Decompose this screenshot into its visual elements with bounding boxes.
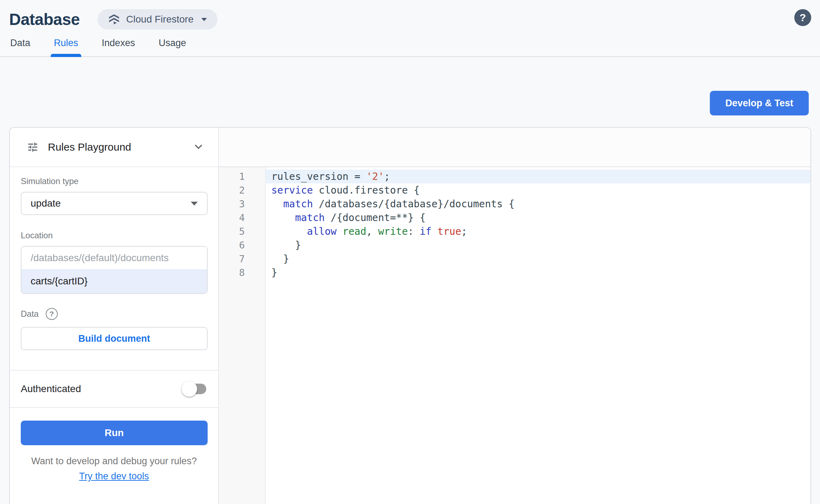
tab-rules[interactable]: Rules bbox=[54, 38, 78, 56]
rules-editor: 12345678 rules_version = '2';service clo… bbox=[219, 128, 810, 504]
tab-indexes[interactable]: Indexes bbox=[102, 38, 135, 56]
select-caret-icon bbox=[191, 202, 198, 206]
collapse-chevron-icon[interactable] bbox=[193, 141, 204, 153]
run-area: Run bbox=[10, 408, 218, 445]
playground-form: Simulation type update Location Data ? B… bbox=[10, 167, 218, 370]
location-label: Location bbox=[21, 231, 208, 240]
dev-tools-question: Want to develop and debug your rules? bbox=[10, 456, 218, 467]
panel-footer: Want to develop and debug your rules? Tr… bbox=[10, 456, 218, 482]
line-number-gutter: 12345678 bbox=[219, 167, 266, 504]
line-number: 8 bbox=[219, 266, 265, 279]
chip-label: Cloud Firestore bbox=[126, 14, 194, 25]
chevron-down-icon bbox=[201, 18, 207, 21]
data-label: Data bbox=[21, 309, 39, 319]
location-box bbox=[21, 246, 208, 294]
line-number: 2 bbox=[219, 183, 265, 197]
run-button[interactable]: Run bbox=[21, 421, 208, 445]
build-document-button[interactable]: Build document bbox=[21, 327, 208, 350]
rules-card: Rules Playground Simulation type update … bbox=[9, 127, 811, 504]
rules-playground-title: Rules Playground bbox=[48, 141, 131, 153]
line-number: 3 bbox=[219, 197, 265, 211]
header: Database Cloud Firestore ? bbox=[0, 0, 820, 34]
firestore-icon bbox=[108, 13, 120, 25]
code-line[interactable]: match /databases/{database}/documents { bbox=[266, 197, 810, 211]
tab-bar: DataRulesIndexesUsage bbox=[0, 34, 820, 57]
authenticated-label: Authenticated bbox=[21, 383, 81, 395]
code-line[interactable]: } bbox=[266, 238, 810, 252]
location-base-input[interactable] bbox=[21, 247, 207, 269]
simulation-type-select[interactable]: update bbox=[21, 192, 208, 215]
simulation-type-value: update bbox=[31, 198, 61, 209]
tune-icon bbox=[27, 141, 39, 153]
tab-usage[interactable]: Usage bbox=[159, 38, 186, 56]
code-line[interactable]: } bbox=[266, 252, 810, 266]
code-line[interactable]: allow read, write: if true; bbox=[266, 225, 810, 238]
line-number: 4 bbox=[219, 211, 265, 225]
code-area[interactable]: rules_version = '2';service cloud.firest… bbox=[266, 167, 810, 504]
data-help-icon[interactable]: ? bbox=[46, 308, 58, 320]
dev-tools-link[interactable]: Try the dev tools bbox=[79, 471, 149, 482]
page-title: Database bbox=[9, 10, 80, 29]
line-number: 6 bbox=[219, 238, 265, 252]
authenticated-row: Authenticated bbox=[10, 371, 218, 407]
code-line[interactable]: service cloud.firestore { bbox=[266, 183, 810, 197]
database-type-chip[interactable]: Cloud Firestore bbox=[97, 9, 217, 30]
simulation-type-label: Simulation type bbox=[21, 176, 208, 186]
develop-test-button[interactable]: Develop & Test bbox=[710, 91, 809, 115]
data-row: Data ? bbox=[21, 308, 208, 320]
location-path-input[interactable] bbox=[21, 269, 207, 293]
authenticated-toggle[interactable] bbox=[184, 384, 206, 394]
editor-body[interactable]: 12345678 rules_version = '2';service clo… bbox=[219, 167, 810, 504]
code-line[interactable]: rules_version = '2'; bbox=[266, 170, 810, 183]
line-number: 7 bbox=[219, 252, 265, 266]
actions-row: Develop & Test bbox=[0, 57, 820, 115]
rules-playground-panel: Rules Playground Simulation type update … bbox=[10, 128, 219, 504]
code-line[interactable]: match /{document=**} { bbox=[266, 211, 810, 225]
line-number: 5 bbox=[219, 225, 265, 238]
line-number: 1 bbox=[219, 170, 265, 183]
editor-toolbar bbox=[219, 128, 810, 167]
rules-playground-header[interactable]: Rules Playground bbox=[10, 128, 218, 167]
toggle-knob bbox=[182, 381, 197, 397]
firestore-rules-page: Database Cloud Firestore ? DataRulesInde… bbox=[0, 0, 820, 504]
help-icon[interactable]: ? bbox=[794, 9, 811, 26]
tab-data[interactable]: Data bbox=[10, 38, 30, 56]
code-line[interactable]: } bbox=[266, 266, 810, 279]
